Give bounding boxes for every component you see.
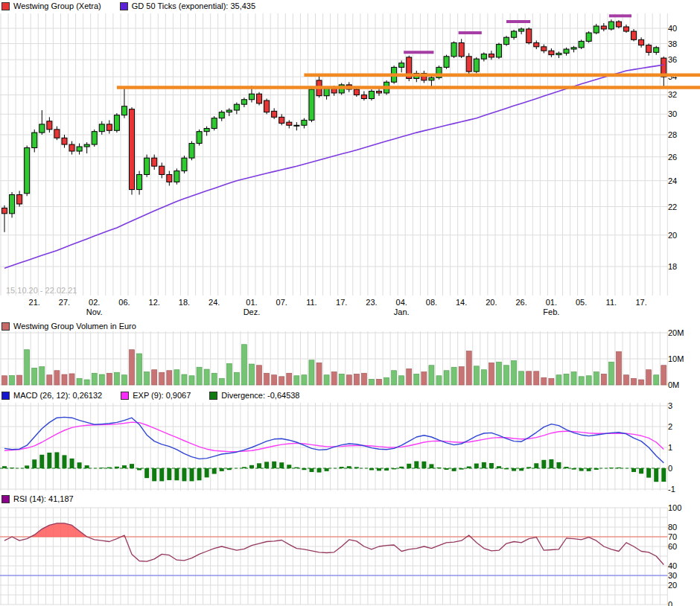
axis-tick-label: 32 [668, 90, 677, 99]
candle-body [121, 106, 127, 115]
divergence-bar [534, 463, 538, 468]
axis-tick-label: 0 [668, 600, 672, 606]
divergence-bar [182, 468, 186, 481]
rsi-line [4, 523, 664, 565]
x-axis-day-label: 05. [576, 298, 587, 307]
volume-bar [189, 376, 194, 385]
axis-tick-label: 3 [668, 401, 672, 410]
volume-bar [526, 371, 532, 385]
divergence-bar [54, 452, 59, 468]
candle-body [646, 45, 652, 53]
candle-body [556, 53, 561, 54]
divergence-bar [32, 459, 36, 468]
volume-bar [451, 367, 456, 385]
volume-bar [556, 375, 561, 385]
volume-bar [654, 375, 659, 385]
candle-body [62, 138, 67, 144]
volume-bar [302, 375, 307, 385]
macd-color-swatch [1, 392, 10, 400]
divergence-bar [197, 468, 202, 480]
candle-body [302, 120, 307, 125]
ma-label: GD 50 Ticks (exponential): 35,435 [132, 1, 255, 10]
divergence-bar [631, 468, 636, 472]
divergence-bar [144, 468, 149, 478]
volume-bar [272, 375, 277, 385]
candle-body [54, 130, 60, 138]
divergence-label: Divergence: -0,64538 [221, 391, 299, 400]
divergence-bar [489, 463, 494, 468]
divergence-bar [39, 455, 44, 468]
axis-tick-label: 18 [668, 262, 677, 271]
volume-bar [534, 371, 539, 385]
axis-tick-label: 36 [668, 55, 677, 64]
candle-body [377, 91, 382, 92]
volume-bar [377, 379, 382, 385]
volume-bar [2, 376, 7, 385]
candle-body [586, 33, 591, 41]
candle-body [519, 29, 524, 31]
candle-body [564, 49, 569, 53]
candle-body [257, 94, 262, 103]
axis-tick-label: 1 [668, 443, 672, 452]
x-axis-day-label: 01. [246, 298, 257, 307]
candle-body [106, 124, 112, 130]
volume-bar [496, 362, 501, 385]
volume-bar [661, 366, 666, 385]
x-axis-day-label: 20. [486, 298, 497, 307]
volume-bar [384, 377, 389, 385]
volume-bar [182, 374, 187, 385]
candle-body [594, 26, 599, 33]
divergence-bar [654, 468, 658, 482]
volume-bar [331, 372, 337, 386]
x-axis-day-label: 07. [276, 298, 287, 307]
volume-bar [167, 371, 172, 385]
volume-bar [249, 364, 254, 385]
axis-tick-label: 10M [668, 354, 684, 363]
volume-bar [174, 370, 179, 385]
divergence-bar [429, 464, 433, 468]
volume-bar [226, 363, 232, 385]
candle-body [444, 57, 449, 68]
volume-bar [504, 366, 509, 385]
volume-bar [354, 374, 359, 385]
volume-bar [601, 374, 606, 385]
axis-tick-label: 70 [668, 532, 677, 541]
volume-bar [309, 360, 314, 385]
x-axis-day-label: 23. [366, 298, 377, 307]
volume-bar [549, 378, 554, 385]
x-axis-day-label: 14. [456, 298, 467, 307]
candle-body [249, 94, 254, 100]
candle-body [459, 43, 464, 57]
axis-tick-label: 30 [668, 109, 677, 118]
volume-bar [137, 354, 142, 385]
divergence-bar [541, 460, 546, 468]
candle-body [17, 195, 22, 204]
ma-color-swatch [120, 2, 128, 10]
series-color-swatch [1, 2, 10, 10]
volume-bar [294, 376, 299, 385]
candle-body [152, 158, 157, 166]
candle-body [114, 115, 119, 131]
date-range-label: 15.10.20 - 22.02.21 [6, 286, 77, 295]
x-axis-day-label: 06. [118, 298, 130, 307]
candle-body [226, 110, 232, 112]
x-axis-day-label: 26. [515, 298, 526, 307]
candle-body [189, 144, 194, 159]
candle-body [489, 54, 494, 57]
candle-body [451, 43, 456, 57]
axis-tick-label: 0M [668, 380, 679, 389]
candle-body [466, 57, 471, 71]
volume-bar [197, 367, 202, 385]
divergence-bar [174, 468, 179, 480]
divergence-bar [287, 465, 291, 468]
volume-bar [414, 374, 419, 385]
axis-tick-labels: 40383634323028262422201820M10M0M3210-110… [668, 24, 684, 606]
candle-body [354, 89, 359, 95]
candle-body [474, 59, 479, 71]
volume-bar [241, 345, 246, 385]
candle-body [361, 95, 366, 98]
volume-bar [608, 362, 614, 385]
x-axis-month-label: Nov. [86, 307, 103, 316]
volume-bar [92, 373, 97, 385]
divergence-bar [474, 464, 479, 468]
